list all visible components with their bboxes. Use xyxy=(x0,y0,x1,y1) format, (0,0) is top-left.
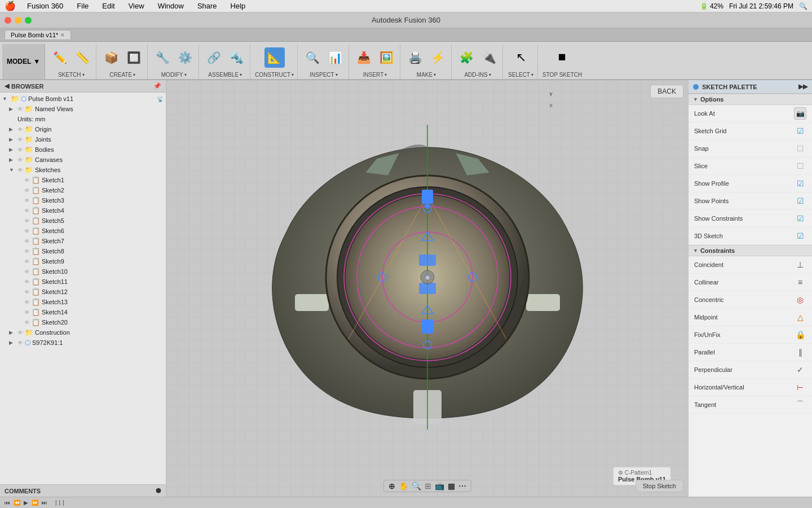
menu-view[interactable]: View xyxy=(126,2,147,10)
apple-menu[interactable]: 🍎 xyxy=(5,1,16,11)
browser-item-sketch6[interactable]: 👁 📋 Sketch6 xyxy=(0,226,166,236)
coincident-icon[interactable]: ⊥ xyxy=(794,259,806,271)
create-tool[interactable]: 📦 xyxy=(101,47,121,68)
timeline-play-icon[interactable]: ▶ xyxy=(24,500,28,506)
inspect-tool[interactable]: 🔍 xyxy=(302,47,323,68)
browser-item-sketch8[interactable]: 👁 📋 Sketch8 xyxy=(0,246,166,256)
browser-item-sketch7[interactable]: 👁 📋 Sketch7 xyxy=(0,236,166,246)
browser-item-construction[interactable]: ▶ 👁 📁 Construction xyxy=(0,327,166,338)
stop-sketch-tool[interactable]: ⏹ xyxy=(552,47,572,68)
back-button[interactable]: BACK xyxy=(650,85,683,98)
modify-tool-2[interactable]: ⚙️ xyxy=(175,47,195,68)
sketch-tool-line[interactable]: 📏 xyxy=(72,47,92,68)
perpendicular-icon[interactable]: ✓ xyxy=(794,364,806,376)
showpoints-checkbox[interactable]: ☑ xyxy=(794,195,806,207)
insert-tool-2[interactable]: 🖼️ xyxy=(376,47,396,68)
select-tool[interactable]: ↖ xyxy=(511,47,531,68)
browser-root-item[interactable]: ▼ 📁 ⬡ Pulse Bomb v11 📡 xyxy=(0,94,166,104)
insert-tool[interactable]: 📥 xyxy=(354,47,374,68)
sketches-expand-icon[interactable]: ▼ xyxy=(9,167,16,173)
sketchgrid-checkbox[interactable]: ☑ xyxy=(794,125,806,137)
addins-tool[interactable]: 🧩 xyxy=(456,47,476,68)
browser-item-sketch14[interactable]: 👁 📋 Sketch14 xyxy=(0,307,166,317)
browser-item-sketch3[interactable]: 👁 📋 Sketch3 xyxy=(0,195,166,205)
horizontalvertical-icon[interactable]: ⊢ xyxy=(794,381,806,393)
timeline-prev-icon[interactable]: ⏪ xyxy=(14,500,20,506)
root-expand-icon[interactable]: ▼ xyxy=(2,96,9,102)
viewport-more-icon[interactable]: ⋯ xyxy=(458,481,466,491)
browser-item-bodies[interactable]: ▶ 👁 📁 Bodies xyxy=(0,144,166,155)
viewport-orbit-icon[interactable]: ⊕ xyxy=(389,481,395,491)
palette-constraints-section[interactable]: ▼ Constraints xyxy=(689,245,812,256)
make-tool-2[interactable]: ⚡ xyxy=(427,47,448,68)
stop-sketch-button[interactable]: Stop Sketch xyxy=(636,480,683,492)
search-icon[interactable]: 🔍 xyxy=(799,2,807,10)
timeline-next-icon[interactable]: ⏩ xyxy=(32,500,38,506)
collinear-icon[interactable]: ≡ xyxy=(794,276,806,288)
browser-item-sketch2[interactable]: 👁 📋 Sketch2 xyxy=(0,185,166,195)
menu-share[interactable]: Share xyxy=(195,2,219,10)
browser-item-sketch20[interactable]: 👁 📋 Sketch20 xyxy=(0,317,166,327)
canvases-expand-icon[interactable]: ▶ xyxy=(9,157,16,163)
browser-collapse-icon[interactable]: ◀ xyxy=(5,82,9,90)
menu-help[interactable]: Help xyxy=(228,2,248,10)
browser-item-sketch5[interactable]: 👁 📋 Sketch5 xyxy=(0,216,166,226)
comments-bar[interactable]: COMMENTS ⬢ xyxy=(0,484,166,497)
sketch-tool-pencil[interactable]: ✏️ xyxy=(50,47,70,68)
midpoint-icon[interactable]: △ xyxy=(794,311,806,323)
menu-fusion360[interactable]: Fusion 360 xyxy=(25,2,65,10)
inspect-tool-2[interactable]: 📊 xyxy=(325,47,345,68)
timeline-back-icon[interactable]: ⏮ xyxy=(5,500,10,506)
browser-item-sketch9[interactable]: 👁 📋 Sketch9 xyxy=(0,256,166,266)
browser-item-sketches[interactable]: ▼ 👁 📁 Sketches xyxy=(0,165,166,175)
browser-item-sketch11[interactable]: 👁 📋 Sketch11 xyxy=(0,277,166,287)
viewport-pan-icon[interactable]: ✋ xyxy=(399,481,408,491)
lookat-button[interactable]: 📷 xyxy=(794,107,806,120)
tangent-icon[interactable]: ⌒ xyxy=(794,398,806,411)
browser-item-sketch10[interactable]: 👁 📋 Sketch10 xyxy=(0,266,166,277)
assemble-tool[interactable]: 🔗 xyxy=(204,47,224,68)
browser-item-component[interactable]: ▶ 👁 ⬡ S972K91:1 xyxy=(0,338,166,348)
menu-file[interactable]: File xyxy=(74,2,91,10)
browser-item-sketch13[interactable]: 👁 📋 Sketch13 xyxy=(0,297,166,307)
menu-window[interactable]: Window xyxy=(156,2,186,10)
menu-edit[interactable]: Edit xyxy=(100,2,117,10)
snap-checkbox[interactable]: ☐ xyxy=(794,142,806,155)
viewport-grid-icon[interactable]: ▦ xyxy=(448,481,455,491)
modify-tool[interactable]: 🔧 xyxy=(152,47,173,68)
browser-item-sketch12[interactable]: 👁 📋 Sketch12 xyxy=(0,287,166,297)
namedviews-expand-icon[interactable]: ▶ xyxy=(9,106,16,112)
timeline-end-icon[interactable]: ⏭ xyxy=(42,500,47,506)
viewport-zoomfit-icon[interactable]: ⊞ xyxy=(425,481,431,491)
assemble-tool-2[interactable]: 🔩 xyxy=(226,47,246,68)
browser-item-sketch1[interactable]: 👁 📋 Sketch1 xyxy=(0,175,166,185)
browser-item-sketch4[interactable]: 👁 📋 Sketch4 xyxy=(0,205,166,216)
browser-item-joints[interactable]: ▶ 👁 📁 Joints xyxy=(0,134,166,144)
create-tool-2[interactable]: 🔲 xyxy=(123,47,144,68)
window-maximize-button[interactable] xyxy=(25,17,32,24)
origin-expand-icon[interactable]: ▶ xyxy=(9,126,16,132)
palette-options-section[interactable]: ▼ Options xyxy=(689,94,812,105)
model-selector-button[interactable]: MODEL ▼ xyxy=(2,44,45,79)
window-minimize-button[interactable] xyxy=(15,17,21,24)
tab-close-icon[interactable]: ✕ xyxy=(60,32,65,38)
bodies-expand-icon[interactable]: ▶ xyxy=(9,147,16,152)
parallel-icon[interactable]: ∥ xyxy=(794,346,806,358)
browser-item-origin[interactable]: ▶ 👁 📁 Origin xyxy=(0,124,166,134)
showprofile-checkbox[interactable]: ☑ xyxy=(794,177,806,190)
concentric-icon[interactable]: ◎ xyxy=(794,294,806,306)
browser-pin-icon[interactable]: 📌 xyxy=(153,82,161,90)
construct-tool[interactable]: 📐 xyxy=(264,47,285,68)
palette-expand-icon[interactable]: ▶▶ xyxy=(798,83,807,90)
browser-item-namedviews[interactable]: ▶ 👁 📁 Named Views xyxy=(0,104,166,114)
joints-expand-icon[interactable]: ▶ xyxy=(9,137,16,142)
3dsketch-checkbox[interactable]: ☑ xyxy=(794,230,806,242)
showconstraints-checkbox[interactable]: ☑ xyxy=(794,212,806,225)
browser-item-canvases[interactable]: ▶ 👁 📁 Canvases xyxy=(0,155,166,165)
comments-toggle-icon[interactable]: ⬢ xyxy=(156,487,161,494)
make-tool[interactable]: 🖨️ xyxy=(405,47,425,68)
document-tab[interactable]: Pulse Bomb v11* ✕ xyxy=(5,30,71,40)
fixunfix-icon[interactable]: 🔒 xyxy=(794,329,806,341)
viewport-canvas[interactable]: ⊕ BACK ⚙ C-Pattern1 Pulse Bomb v11 Stop … xyxy=(166,80,688,497)
window-close-button[interactable] xyxy=(5,17,11,24)
